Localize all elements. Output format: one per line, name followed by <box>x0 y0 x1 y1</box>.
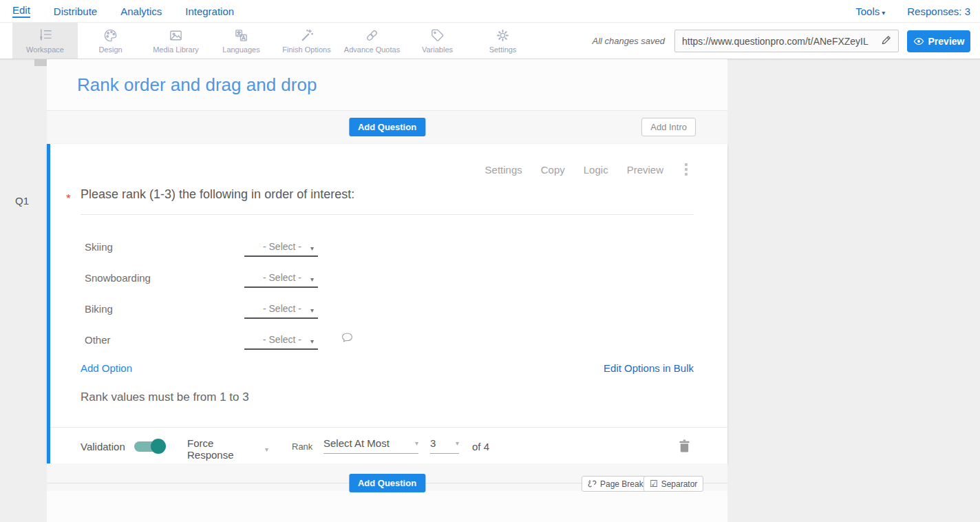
palette-icon <box>103 28 118 43</box>
chevron-down-icon: ▾ <box>310 275 314 283</box>
chevron-down-icon: ▾ <box>456 439 459 447</box>
chevron-down-icon: ▾ <box>882 9 885 17</box>
eye-icon <box>913 37 924 45</box>
chevron-down-icon: ▾ <box>310 337 314 345</box>
survey-title-section: Rank order and drag and drop <box>47 59 727 111</box>
option-label[interactable]: Snowboarding <box>85 272 151 284</box>
top-nav-tabs: Edit Distribute Analytics Integration <box>12 4 234 18</box>
option-row: Other - Select - ▾ <box>50 329 727 350</box>
toolbar-item-label: Media Library <box>153 45 199 54</box>
broken-link-icon <box>588 479 597 488</box>
question-logic-link[interactable]: Logic <box>584 164 608 176</box>
toolbar-item-languages[interactable]: Languages <box>209 23 274 59</box>
validation-toggle[interactable] <box>134 441 164 452</box>
toolbar-item-workspace[interactable]: Workspace <box>12 23 78 59</box>
toolbar-item-media-library[interactable]: Media Library <box>143 23 209 59</box>
question-divider <box>81 214 694 215</box>
question-number: Q1 <box>15 195 29 207</box>
delete-question-icon[interactable] <box>679 439 690 455</box>
toggle-knob <box>151 439 166 454</box>
comment-bubble-icon[interactable] <box>341 332 353 346</box>
toolbar-item-label: Languages <box>222 45 259 54</box>
question-card: Settings Copy Logic Preview * Please ran… <box>47 144 727 463</box>
question-text[interactable]: Please rank (1-3) the following in order… <box>81 187 354 202</box>
toolbar-item-advance-quotas[interactable]: Advance Quotas <box>339 23 405 59</box>
tools-dropdown[interactable]: Tools▾ <box>855 6 885 17</box>
editor-toolbar: Workspace Design Media Library Languages… <box>0 22 980 59</box>
tab-distribute[interactable]: Distribute <box>54 6 97 17</box>
question-menu: Settings Copy Logic Preview <box>485 163 688 176</box>
tab-analytics[interactable]: Analytics <box>120 6 162 17</box>
select-placeholder: - Select - <box>254 334 310 345</box>
toolbar-item-variables[interactable]: Variables <box>405 23 470 59</box>
chevron-down-icon: ▾ <box>310 306 314 314</box>
select-mode-dropdown[interactable]: Select At Most ▾ <box>323 437 418 454</box>
toolbar-item-label: Finish Options <box>282 45 330 54</box>
autosave-status: All changes saved <box>592 23 665 60</box>
tab-edit[interactable]: Edit <box>12 4 30 18</box>
add-question-button[interactable]: Add Question <box>349 118 425 136</box>
rank-select[interactable]: - Select - ▾ <box>244 331 318 350</box>
toolbar-item-settings[interactable]: Settings <box>470 23 535 59</box>
edit-url-icon[interactable] <box>881 34 892 48</box>
survey-url-text: https://www.questionpro.com/t/ANeFXZeyIL <box>682 36 875 47</box>
scrollbar-thumb[interactable] <box>34 59 47 66</box>
top-nav: Edit Distribute Analytics Integration To… <box>0 0 980 22</box>
survey-title[interactable]: Rank order and drag and drop <box>77 74 317 96</box>
edit-options-in-bulk-link[interactable]: Edit Options in Bulk <box>604 362 694 374</box>
more-options-icon[interactable] <box>685 163 688 176</box>
pen-list-icon <box>37 28 53 43</box>
option-label[interactable]: Biking <box>85 303 113 315</box>
survey-url-field[interactable]: https://www.questionpro.com/t/ANeFXZeyIL <box>674 30 899 52</box>
page-break-button[interactable]: Page Break <box>582 476 650 492</box>
add-option-link[interactable]: Add Option <box>81 362 132 374</box>
option-label[interactable]: Other <box>85 334 111 346</box>
separator-label: Separator <box>661 479 698 489</box>
select-placeholder: - Select - <box>254 303 310 314</box>
checkbox-checked-icon: ☑ <box>650 479 658 489</box>
gear-icon <box>495 28 511 43</box>
chevron-down-icon: ▾ <box>265 446 268 453</box>
chevron-down-icon: ▾ <box>415 439 418 447</box>
validation-label: Validation <box>81 441 125 452</box>
force-response-select[interactable]: Force Response ▾ <box>187 437 268 466</box>
add-question-row-bottom: Add Question Page Break ☑ Separator <box>47 463 727 522</box>
add-question-button[interactable]: Add Question <box>349 474 425 492</box>
translate-icon <box>233 28 249 43</box>
count-dropdown[interactable]: 3 ▾ <box>430 437 459 454</box>
tab-integration[interactable]: Integration <box>185 6 234 17</box>
toolbar-item-label: Advance Quotas <box>344 45 400 54</box>
validation-bar: Validation Force Response ▾ Rank Select … <box>50 427 727 463</box>
page-break-label: Page Break <box>600 479 643 489</box>
next-page-panel <box>47 491 727 522</box>
toolbar-item-label: Variables <box>422 45 453 54</box>
rank-label: Rank <box>292 441 312 452</box>
rank-select[interactable]: - Select - ▾ <box>244 269 318 288</box>
question-preview-link[interactable]: Preview <box>627 164 663 176</box>
rank-select[interactable]: - Select - ▾ <box>244 238 318 257</box>
add-intro-button[interactable]: Add Intro <box>641 118 696 136</box>
count-value: 3 <box>430 437 451 449</box>
select-placeholder: - Select - <box>254 241 310 252</box>
chevron-down-icon: ▾ <box>310 244 314 252</box>
toolbar-item-label: Design <box>98 45 122 54</box>
rank-select[interactable]: - Select - ▾ <box>244 300 318 319</box>
separator-button[interactable]: ☑ Separator <box>643 476 703 492</box>
responses-link[interactable]: Responses: 3 <box>907 6 970 17</box>
image-icon <box>168 28 184 43</box>
magic-wand-icon <box>299 28 315 43</box>
top-nav-right: Tools▾ Responses: 3 <box>855 6 970 17</box>
rank-range-hint: Rank values must be from 1 to 3 <box>81 390 249 404</box>
question-copy-link[interactable]: Copy <box>541 164 565 176</box>
option-label[interactable]: Skiing <box>85 241 113 253</box>
select-mode-value: Select At Most <box>323 437 411 449</box>
toolbar-item-finish-options[interactable]: Finish Options <box>274 23 339 59</box>
of-total-label: of 4 <box>472 441 489 452</box>
tag-icon <box>429 28 445 43</box>
preview-button[interactable]: Preview <box>907 30 970 52</box>
force-response-value: Force Response <box>187 437 261 461</box>
add-question-row-top: Add Question Add Intro <box>47 111 727 144</box>
preview-label: Preview <box>928 36 965 47</box>
question-settings-link[interactable]: Settings <box>485 164 522 176</box>
toolbar-item-design[interactable]: Design <box>78 23 143 59</box>
